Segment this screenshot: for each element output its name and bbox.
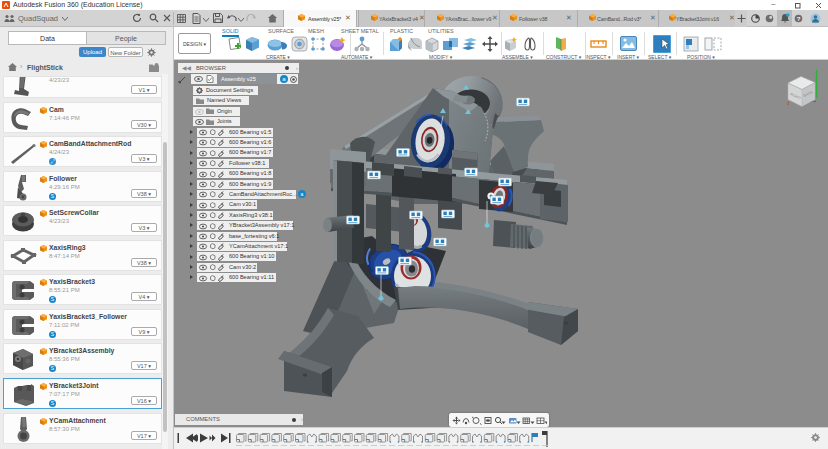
svg-text:?: ?	[797, 16, 801, 22]
svg-text:z: z	[787, 100, 790, 106]
